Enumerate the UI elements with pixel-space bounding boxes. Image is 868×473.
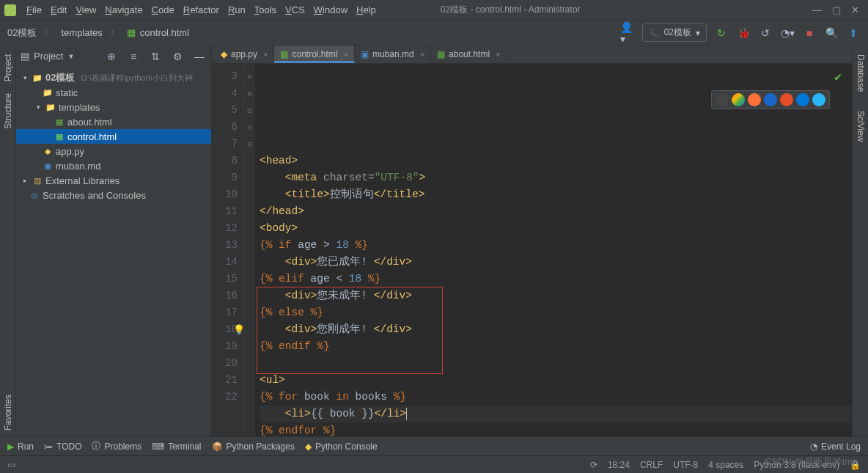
menu-view[interactable]: View [71,3,100,17]
code-line[interactable]: <body> [260,220,852,237]
builtin-browser-icon[interactable] [716,93,729,106]
code-line[interactable]: <div>您未成年! </div> [260,287,852,304]
python-packages-tool[interactable]: 📦Python Packages [212,441,295,452]
locate-icon[interactable]: ⊕ [104,49,119,64]
menu-run[interactable]: Run [224,3,250,17]
editor-tab[interactable]: ▦about.html× [431,45,507,63]
code-line[interactable]: <title>控制语句</title> [260,186,852,203]
code-line[interactable]: <head> [260,153,852,169]
menu-help[interactable]: Help [352,3,380,17]
breadcrumb-item[interactable]: control.html [140,27,189,38]
intention-bulb-icon[interactable]: 💡 [233,322,245,339]
sync-icon[interactable]: ⟳ [590,460,597,470]
update-icon[interactable]: ⬆ [846,26,861,40]
menu-tools[interactable]: Tools [250,3,281,17]
menu-navigate[interactable]: Navigate [100,3,147,17]
close-tab-icon[interactable]: × [263,50,268,59]
maximize-icon[interactable]: ▢ [832,4,841,15]
terminal-tool[interactable]: ⌨Terminal [152,441,201,452]
menu-vcs[interactable]: VCS [281,3,309,17]
problems-tool[interactable]: ⓘProblems [92,440,141,452]
python-interpreter[interactable]: Python 3.8 (flask-env) [754,460,839,470]
analysis-ok-icon[interactable]: ✔ [834,70,842,87]
code-line[interactable]: <li>{{ book }}</li> [260,406,852,422]
tree-item-about[interactable]: ▦about.html [16,114,211,129]
edge-icon[interactable] [812,93,825,106]
firefox-icon[interactable] [748,93,761,106]
code-line[interactable]: {% for book in books %} [260,389,852,406]
close-icon[interactable]: ✕ [851,4,859,15]
tree-item-static[interactable]: 📁static [16,85,211,100]
run-tool[interactable]: ▶Run [7,441,34,452]
tree-item-templates[interactable]: ▾📁templates [16,100,211,114]
gear-icon[interactable]: ⚙ [170,49,185,64]
tree-root[interactable]: ▾📁02模板D:\视频课程\python\小白到大神 [16,70,211,85]
code-line[interactable]: {% endif %} [260,338,852,355]
tree-scratches[interactable]: ◎Scratches and Consoles [16,188,211,202]
minimize-icon[interactable]: — [812,4,822,15]
safari-icon[interactable] [764,93,777,106]
close-tab-icon[interactable]: × [420,50,424,59]
chrome-icon[interactable] [732,93,745,106]
tree-item-app[interactable]: ◆app.py [16,144,211,158]
project-panel-title[interactable]: Project [34,51,63,62]
hide-icon[interactable]: — [192,49,207,64]
tool-tab-project[interactable]: Project [1,48,15,87]
fold-gutter[interactable]: ⊖⊖⊟⊖⊟ [244,64,255,436]
user-icon[interactable]: 👤▾ [620,26,635,40]
menu-code[interactable]: Code [147,3,179,17]
code-line[interactable] [260,355,852,372]
project-view-icon[interactable]: ▤ [21,51,29,62]
editor-tab[interactable]: ▣muban.md× [355,45,431,63]
file-encoding[interactable]: UTF-8 [673,460,698,470]
breadcrumb-item[interactable]: templates [61,27,102,38]
ie-icon[interactable] [796,93,809,106]
event-log-tool[interactable]: ◔Event Log [810,441,861,452]
close-tab-icon[interactable]: × [344,50,348,59]
code-line[interactable]: <meta charset="UTF-8"> [260,169,852,186]
todo-tool[interactable]: ≔TODO [44,441,81,452]
menu-refactor[interactable]: Refactor [179,3,224,17]
coverage-icon[interactable]: ↺ [758,26,773,40]
code-line[interactable]: <div>您已成年! </div> [260,254,852,271]
tree-external-libs[interactable]: ▸▥External Libraries [16,173,211,188]
code-content[interactable]: ✔ <head> <meta charset="UTF-8"> <title>控… [255,64,852,436]
code-line[interactable]: <ul> [260,372,852,389]
tree-item-muban[interactable]: ▣muban.md [16,158,211,173]
debug-icon[interactable]: 🐞 [736,26,751,40]
line-separator[interactable]: CRLF [640,460,663,470]
expand-icon[interactable]: ≡ [126,49,141,64]
status-indicator-icon[interactable]: ▭ [7,460,15,470]
stop-icon[interactable]: ■ [802,26,817,40]
indent-setting[interactable]: 4 spaces [708,460,743,470]
code-line[interactable]: {% endfor %} [260,422,852,436]
menu-file[interactable]: File [22,3,46,17]
code-line[interactable]: {% if age > 18 %} [260,237,852,254]
run-icon[interactable]: ↻ [714,26,729,40]
lock-icon[interactable]: 🔒 [850,460,861,470]
caret-position[interactable]: 18:24 [608,460,630,470]
run-config-dropdown[interactable]: 📞02模板▾ [642,23,707,42]
chevron-down-icon[interactable]: ▼ [67,53,74,60]
collapse-icon[interactable]: ⇅ [148,49,163,64]
opera-icon[interactable] [780,93,793,106]
editor-tab[interactable]: ◆app.py× [215,45,274,63]
tool-tab-structure[interactable]: Structure [1,87,15,135]
editor-tab[interactable]: ▦control.html× [274,45,354,63]
editor-body[interactable]: 345678910111213141516171819202122 ⊖⊖⊟⊖⊟ … [212,64,852,436]
code-line[interactable]: {% elif age < 18 %} [260,271,852,287]
python-console-tool[interactable]: ◆Python Console [305,441,378,452]
code-line[interactable]: </head> [260,203,852,220]
menu-window[interactable]: Window [309,3,352,17]
menu-edit[interactable]: Edit [46,3,71,17]
search-icon[interactable]: 🔍 [824,26,839,40]
tool-tab-sciview[interactable]: SciView [854,105,867,147]
code-line[interactable]: {% else %} [260,304,852,321]
code-line[interactable]: <div>您刚成年! </div> [260,321,852,338]
close-tab-icon[interactable]: × [496,50,500,59]
breadcrumb-item[interactable]: 02模板 [7,26,37,40]
tree-item-control[interactable]: ▦control.html [16,129,211,144]
profile-icon[interactable]: ◔▾ [780,26,795,40]
tool-tab-database[interactable]: Database [854,48,867,98]
tool-tab-favorites[interactable]: Favorites [1,389,15,436]
